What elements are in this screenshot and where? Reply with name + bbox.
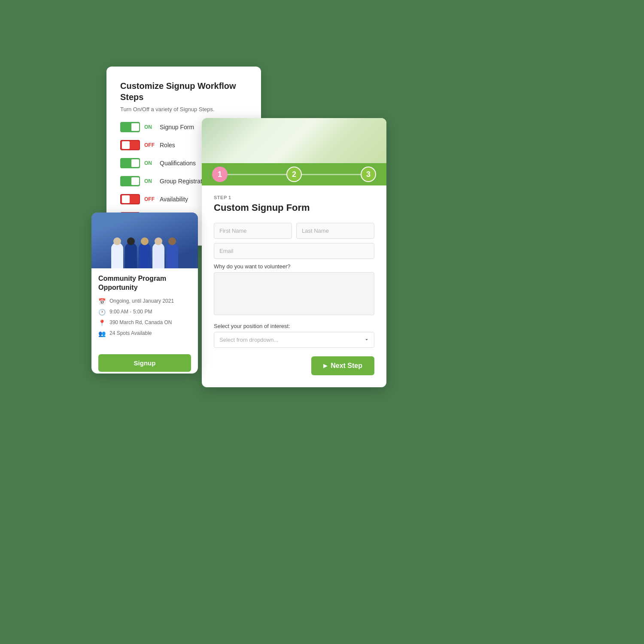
step-3-circle: 3 xyxy=(361,167,376,182)
person-2 xyxy=(125,243,137,268)
toggle-item-name-availability: Availability xyxy=(160,196,188,203)
toggle-item-name-signup-form: Signup Form xyxy=(160,124,194,131)
button-row: ▶ Next Step xyxy=(214,348,374,375)
volunteer-question-label: Why do you want to volunteer? xyxy=(214,263,374,270)
toggle-label-signup-form: ON xyxy=(144,124,155,130)
event-time-text: 9:00 AM - 5:00 PM xyxy=(109,308,152,316)
form-title: Custom Signup Form xyxy=(214,202,374,214)
step-1-circle: 1 xyxy=(212,167,228,182)
toggle-qualifications[interactable] xyxy=(120,158,140,168)
toggle-label-group-registration: ON xyxy=(144,178,155,184)
signup-button[interactable]: Signup xyxy=(98,354,191,372)
toggle-label-roles: OFF xyxy=(144,142,155,148)
toggle-knob-qualifications xyxy=(131,159,139,167)
event-card: Community Program Opportunity 📅 Ongoing,… xyxy=(91,213,198,374)
event-date-text: Ongoing, until January 2021 xyxy=(109,298,174,305)
email-row xyxy=(214,243,374,259)
last-name-input[interactable] xyxy=(296,223,374,239)
person-4 xyxy=(152,243,164,268)
toggle-label-availability: OFF xyxy=(144,196,155,202)
form-body: STEP 1 Custom Signup Form Why do you wan… xyxy=(202,185,386,387)
next-step-button[interactable]: ▶ Next Step xyxy=(311,356,374,375)
toggle-roles[interactable] xyxy=(120,140,140,150)
location-icon: 📍 xyxy=(98,319,106,326)
toggle-group-registration[interactable] xyxy=(120,176,140,186)
event-image xyxy=(91,213,198,268)
step-2-circle: 2 xyxy=(286,167,302,182)
play-icon: ▶ xyxy=(323,363,327,369)
event-spots-text: 24 Spots Available xyxy=(109,330,152,337)
form-header-image xyxy=(202,118,386,163)
event-location-text: 390 March Rd, Canada ON xyxy=(109,319,172,326)
name-row xyxy=(214,223,374,239)
toggle-label-qualifications: ON xyxy=(144,160,155,166)
position-select[interactable]: Select from dropdown... xyxy=(214,332,374,348)
step-line-1 xyxy=(228,174,286,175)
toggle-knob-roles xyxy=(122,141,130,149)
toggle-item-name-qualifications: Qualifications xyxy=(160,160,196,167)
email-input[interactable] xyxy=(214,243,374,259)
workflow-card-subtitle: Turn On/Off a variety of Signup Steps. xyxy=(120,106,247,112)
person-5 xyxy=(166,243,178,268)
event-body: Community Program Opportunity 📅 Ongoing,… xyxy=(91,268,198,348)
toggle-item-name-roles: Roles xyxy=(160,142,175,149)
step-progress-bar: 1 2 3 xyxy=(202,163,386,185)
event-spots-detail: 👥 24 Spots Available xyxy=(98,330,191,337)
next-step-label: Next Step xyxy=(331,362,362,370)
event-title: Community Program Opportunity xyxy=(98,274,191,292)
event-date-detail: 📅 Ongoing, until January 2021 xyxy=(98,298,191,305)
calendar-icon: 📅 xyxy=(98,298,106,305)
first-name-input[interactable] xyxy=(214,223,292,239)
clock-icon: 🕐 xyxy=(98,309,106,316)
person-3 xyxy=(139,243,151,268)
workflow-card-title: Customize Signup Workflow Steps xyxy=(120,80,247,103)
event-people-image xyxy=(91,234,198,268)
toggle-availability[interactable] xyxy=(120,194,140,204)
position-select-label: Select your position of interest: xyxy=(214,323,374,329)
event-time-detail: 🕐 9:00 AM - 5:00 PM xyxy=(98,308,191,316)
signup-form-card: 1 2 3 STEP 1 Custom Signup Form Why do y… xyxy=(202,118,386,387)
step-label: STEP 1 xyxy=(214,195,374,200)
toggle-knob-availability xyxy=(122,195,130,203)
event-location-detail: 📍 390 March Rd, Canada ON xyxy=(98,319,191,326)
toggle-signup-form[interactable] xyxy=(120,122,140,132)
toggle-knob-signup-form xyxy=(131,123,139,131)
toggle-knob-group-registration xyxy=(131,177,139,185)
person-1 xyxy=(111,243,123,268)
step-line-2 xyxy=(302,174,361,175)
volunteer-textarea[interactable] xyxy=(214,272,374,315)
people-icon: 👥 xyxy=(98,330,106,337)
